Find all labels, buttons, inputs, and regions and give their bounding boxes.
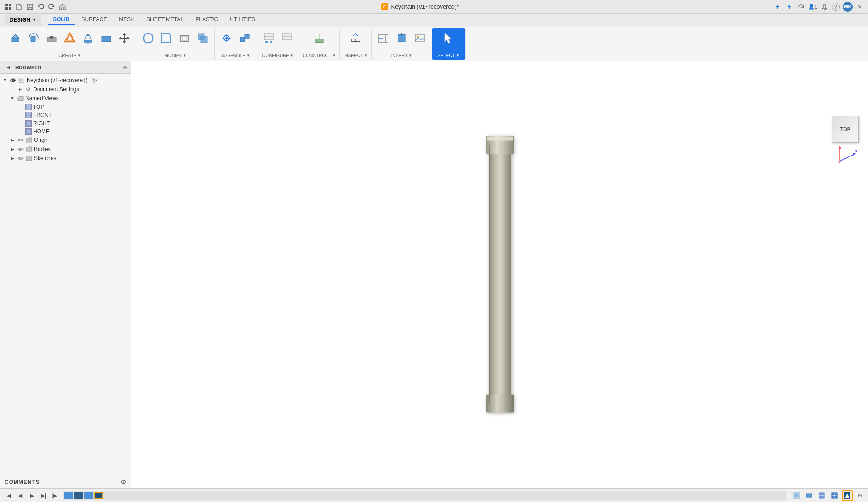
viewport[interactable]: TOP Y X ▼ — [131, 61, 868, 488]
shell-tool[interactable] — [62, 30, 78, 46]
tree-document-settings[interactable]: ⚙ Document Settings — [0, 85, 131, 94]
insert-image-tool[interactable] — [412, 30, 428, 46]
view-home-label: HOME — [33, 128, 49, 135]
refresh-icon[interactable] — [796, 2, 805, 11]
user-count-icon[interactable]: 👤 1 — [808, 2, 817, 11]
construct-label[interactable]: CONSTRUCT ▼ — [303, 53, 336, 58]
timeline-settings-btn[interactable]: ⚙ — [855, 491, 864, 500]
tree-sketches[interactable]: Sketches — [0, 154, 131, 163]
tree-named-views[interactable]: Named Views — [0, 94, 131, 103]
home-icon[interactable] — [58, 2, 67, 11]
tl-icon-4[interactable] — [829, 490, 840, 501]
timeline-play-btn[interactable]: ▶ — [27, 491, 36, 500]
insert-tool1[interactable] — [375, 30, 392, 46]
plane-cut-tool[interactable] — [98, 30, 114, 46]
bodies-arrow[interactable] — [9, 146, 15, 152]
timeline-marker-1[interactable] — [64, 492, 73, 499]
user-avatar[interactable]: MR — [843, 2, 853, 12]
tab-utilities[interactable]: UTILITIES — [224, 15, 261, 25]
svg-marker-9 — [12, 34, 19, 38]
tree-view-front[interactable]: FRONT — [0, 111, 131, 119]
tab-sheet-metal[interactable]: SHEET METAL — [141, 15, 189, 25]
construct-tool[interactable] — [311, 30, 327, 46]
redo-icon[interactable] — [47, 2, 56, 11]
timeline-marker-2[interactable] — [74, 492, 83, 499]
view-home-icon — [25, 128, 32, 135]
shell-modify-tool[interactable] — [176, 30, 193, 46]
create-label[interactable]: CREATE ▼ — [58, 53, 81, 58]
tree-origin[interactable]: Origin — [0, 136, 131, 145]
root-visibility-icon[interactable] — [10, 77, 17, 84]
help-icon[interactable]: ? — [832, 3, 840, 11]
bell-icon[interactable] — [820, 2, 829, 11]
select-tool[interactable] — [440, 30, 456, 46]
undo-icon[interactable] — [36, 2, 45, 11]
timeline-next-btn[interactable]: ▶| — [39, 491, 48, 500]
tl-icon-1[interactable] — [791, 490, 802, 501]
timeline-track[interactable] — [63, 491, 786, 500]
sketches-arrow[interactable] — [9, 155, 15, 161]
tree-view-top[interactable]: TOP — [0, 103, 131, 111]
tree-view-home[interactable]: HOME — [0, 127, 131, 136]
loft-tool[interactable] — [80, 30, 96, 46]
svg-marker-13 — [65, 33, 75, 42]
inspect-label[interactable]: INSPECT ▼ — [344, 53, 368, 58]
tl-icon-2[interactable] — [804, 490, 815, 501]
insert-label[interactable]: INSERT ▼ — [391, 53, 412, 58]
svg-rect-3 — [9, 7, 11, 10]
tree-root[interactable]: Keychain (v1~recovered) — [0, 76, 131, 85]
timeline-prev-btn[interactable]: ◀ — [15, 491, 24, 500]
joint-tool[interactable] — [218, 30, 235, 46]
move-tool[interactable] — [116, 30, 132, 46]
combine-tool[interactable] — [194, 30, 211, 46]
tree-bodies[interactable]: Bodies — [0, 145, 131, 154]
bodies-visibility-icon[interactable] — [17, 146, 24, 153]
as-built-joint-tool[interactable] — [237, 30, 253, 46]
svg-rect-25 — [144, 34, 153, 43]
design-button[interactable]: DESIGN ▼ — [5, 15, 41, 25]
configure-tool1[interactable] — [261, 30, 277, 46]
assemble-label[interactable]: ASSEMBLE ▼ — [221, 53, 250, 58]
extrude-tool[interactable] — [7, 30, 24, 46]
file-icon[interactable] — [15, 2, 24, 11]
origin-visibility-icon[interactable] — [17, 136, 24, 144]
close-button[interactable]: × — [855, 2, 864, 11]
tab-surface[interactable]: SURFACE — [76, 15, 113, 25]
browser-settings-icon[interactable]: ⊕ — [123, 64, 127, 71]
tl-icon-active[interactable] — [842, 490, 853, 501]
save-icon[interactable] — [25, 2, 34, 11]
timeline-start-btn[interactable]: |◀ — [4, 491, 13, 500]
hole-tool[interactable] — [44, 30, 60, 46]
tab-plastic[interactable]: PLASTIC — [190, 15, 223, 25]
comments-settings-icon[interactable]: ⚙ — [121, 478, 126, 486]
browser-collapse-icon[interactable]: ◀ — [4, 63, 13, 72]
measure-tool[interactable] — [347, 30, 364, 46]
tab-mesh[interactable]: MESH — [113, 15, 140, 25]
configure-tool2[interactable] — [279, 30, 295, 46]
modify-label[interactable]: MODIFY ▼ — [165, 53, 187, 58]
add-icon[interactable]: + — [773, 2, 782, 11]
tl-icon-3[interactable] — [816, 490, 827, 501]
sketches-visibility-icon[interactable] — [17, 155, 24, 162]
insert-tool2[interactable] — [393, 30, 410, 46]
named-views-arrow[interactable] — [9, 95, 15, 102]
revolve-tool[interactable] — [25, 30, 42, 46]
svg-point-12 — [49, 36, 54, 39]
tab-solid[interactable]: SOLID — [48, 15, 75, 25]
root-settings-icon[interactable] — [91, 77, 98, 84]
doc-settings-gear-icon: ⚙ — [24, 86, 32, 93]
origin-arrow[interactable] — [9, 137, 15, 143]
chamfer-tool[interactable] — [158, 30, 175, 46]
select-label[interactable]: SELECT ▼ — [437, 53, 460, 58]
root-arrow[interactable] — [2, 77, 8, 83]
timeline-marker-active[interactable] — [94, 492, 103, 499]
tree-view-right[interactable]: RIGHT — [0, 119, 131, 127]
apps-icon[interactable] — [4, 2, 13, 11]
timeline-end-btn[interactable]: |▶| — [51, 491, 60, 500]
lightning-icon[interactable] — [785, 2, 794, 11]
timeline-marker-3[interactable] — [84, 492, 93, 499]
doc-settings-expand[interactable] — [17, 86, 23, 93]
configure-label[interactable]: CONFIGURE ▼ — [262, 53, 294, 58]
view-cube[interactable]: TOP — [832, 116, 859, 143]
fillet-tool[interactable] — [140, 30, 156, 46]
